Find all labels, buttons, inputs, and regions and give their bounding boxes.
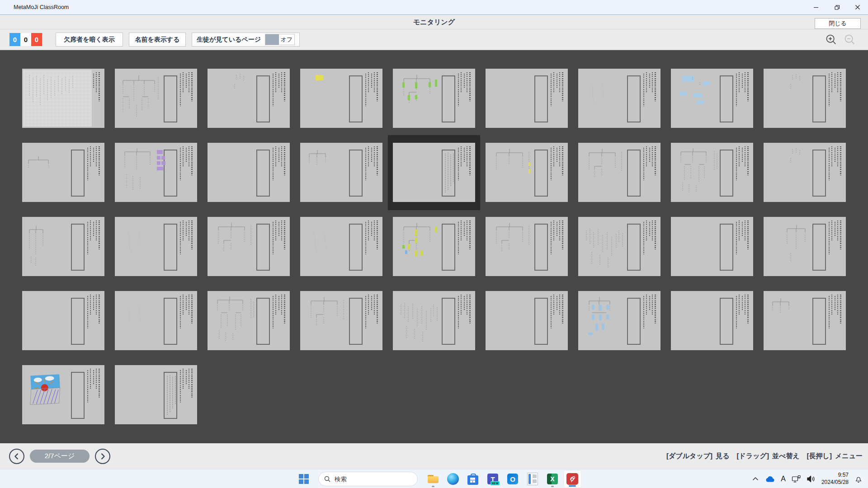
page-thumbnail[interactable] [208, 69, 290, 128]
page-thumbnail[interactable] [22, 69, 104, 128]
student-page [578, 69, 660, 128]
zoom-out-icon[interactable] [844, 33, 856, 46]
student-page [300, 69, 382, 128]
toggle-switch[interactable]: オフ [265, 34, 295, 45]
metamoji-classroom-icon [566, 473, 578, 485]
thumbnail-row [22, 217, 868, 276]
page-title: モニタリング [0, 18, 868, 27]
student-ink-tree [300, 291, 382, 350]
taskbar-app-metamoji[interactable] [563, 470, 581, 488]
page-thumbnail[interactable] [22, 365, 104, 424]
page-thumbnail[interactable] [393, 143, 475, 202]
minimize-button[interactable] [806, 0, 826, 14]
student-ink-scribble [393, 291, 475, 350]
show-names-button[interactable]: 名前を表示する [129, 33, 186, 47]
excel-icon: X [547, 474, 558, 484]
student-page [115, 143, 197, 202]
student-ink-boxes-blue [671, 69, 753, 128]
page-thumbnail[interactable] [115, 143, 197, 202]
page-thumbnail[interactable] [115, 291, 197, 350]
page-thumbnail[interactable] [208, 217, 290, 276]
page-thumbnail[interactable] [393, 217, 475, 276]
next-page-button[interactable] [95, 449, 110, 464]
page-thumbnail[interactable] [486, 69, 568, 128]
outlook-icon: O [507, 474, 518, 484]
page-thumbnail[interactable] [300, 143, 382, 202]
taskbar-app-edge[interactable] [444, 470, 462, 488]
page-thumbnail[interactable] [671, 217, 753, 276]
hint-action: メニュー [835, 452, 863, 460]
student-ink-box-text [115, 365, 197, 424]
microsoft-store-icon [467, 475, 478, 485]
taskbar-app-file-explorer[interactable] [424, 470, 442, 488]
page-thumbnail[interactable] [486, 217, 568, 276]
page-thumbnail[interactable] [671, 143, 753, 202]
student-page-toggle-button[interactable]: 生徒が見ているページ オフ [192, 33, 300, 47]
taskbar-app-notes[interactable] [524, 470, 542, 488]
volume-icon[interactable] [807, 475, 816, 483]
page-thumbnail[interactable] [671, 69, 753, 128]
restore-button[interactable] [826, 0, 847, 14]
close-window-button[interactable] [847, 0, 868, 14]
page-thumbnail[interactable] [578, 291, 660, 350]
page-thumbnail[interactable] [22, 217, 104, 276]
student-page [764, 143, 846, 202]
onedrive-icon[interactable] [765, 475, 775, 483]
network-icon[interactable] [792, 475, 801, 483]
student-page [764, 291, 846, 350]
page-thumbnail[interactable] [578, 69, 660, 128]
student-ink-tree [578, 143, 660, 202]
student-page-toggle-label: 生徒が見ているページ [197, 36, 261, 44]
monitor-grid [0, 50, 868, 443]
page-thumbnail[interactable] [393, 69, 475, 128]
zoom-in-icon[interactable] [825, 33, 838, 46]
system-tray: A 9:57 2024/05/28 [752, 472, 863, 486]
thumbnail-row [22, 69, 868, 128]
notification-bell-icon[interactable] [854, 475, 863, 483]
page-thumbnail[interactable] [393, 291, 475, 350]
page-thumbnail[interactable] [764, 143, 846, 202]
thumbnail-row [22, 143, 868, 202]
page-thumbnail[interactable] [208, 143, 290, 202]
page-thumbnail[interactable] [300, 217, 382, 276]
page-indicator: 2/7ページ [30, 450, 90, 463]
hint-double-tap: [ダブルタップ] 見る [666, 452, 729, 460]
page-thumbnail[interactable] [764, 217, 846, 276]
page-thumbnail[interactable] [22, 143, 104, 202]
search-input[interactable] [334, 475, 403, 483]
page-thumbnail[interactable] [208, 291, 290, 350]
taskbar-app-outlook[interactable]: O [504, 470, 522, 488]
close-monitoring-button[interactable]: 閉じる [815, 18, 861, 29]
student-ink-yellow-box [300, 69, 382, 128]
dim-absentees-button[interactable]: 欠席者を暗く表示 [56, 33, 123, 47]
page-thumbnail[interactable] [486, 143, 568, 202]
previous-page-button[interactable] [9, 449, 24, 464]
taskbar-app-store[interactable] [464, 470, 482, 488]
page-thumbnail[interactable] [764, 69, 846, 128]
page-thumbnail[interactable] [300, 69, 382, 128]
counter-viewing: 0 [9, 33, 20, 46]
page-thumbnail[interactable] [115, 69, 197, 128]
page-thumbnail[interactable] [115, 365, 197, 424]
window-title: MetaMoJi ClassRoom [14, 4, 69, 10]
page-thumbnail[interactable] [671, 291, 753, 350]
page-thumbnail[interactable] [300, 291, 382, 350]
page-thumbnail[interactable] [486, 291, 568, 350]
taskbar-app-excel[interactable]: X [543, 470, 561, 488]
start-button[interactable] [295, 470, 313, 488]
taskbar-app-teams[interactable]: T NEW [484, 470, 502, 488]
student-ink-none [671, 291, 753, 350]
taskbar-search[interactable] [318, 472, 418, 486]
page-thumbnail[interactable] [22, 291, 104, 350]
page-thumbnail[interactable] [115, 217, 197, 276]
student-page [208, 69, 290, 128]
page-thumbnail[interactable] [578, 217, 660, 276]
pager-footer: 2/7ページ [ダブルタップ] 見る [ドラッグ] 並べ替え [長押し] メニュ… [0, 443, 868, 469]
student-ink-none [671, 217, 753, 276]
page-thumbnail[interactable] [764, 291, 846, 350]
clock[interactable]: 9:57 2024/05/28 [821, 472, 849, 486]
ime-indicator[interactable]: A [781, 475, 786, 483]
teams-icon: T NEW [487, 474, 498, 484]
page-thumbnail[interactable] [578, 143, 660, 202]
tray-chevron-icon[interactable] [752, 476, 759, 482]
